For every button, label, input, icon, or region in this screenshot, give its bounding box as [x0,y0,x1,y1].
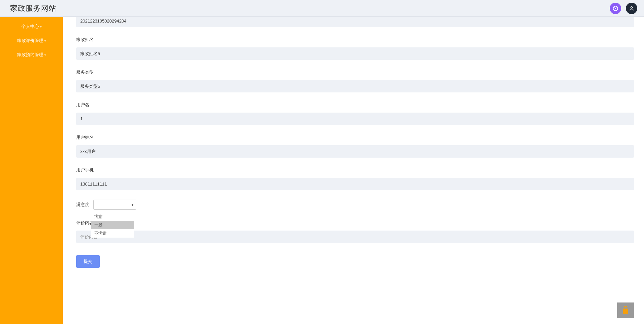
field-service-type: 服务类型 [76,69,634,92]
sidebar-item-profile[interactable]: 个人中心▾ [0,19,63,34]
user-realname-label: 用户姓名 [76,134,634,140]
sidebar-item-booking-mgmt[interactable]: 家政预约管理▾ [0,48,63,62]
staff-name-input[interactable] [76,47,634,60]
service-type-label: 服务类型 [76,69,634,75]
svg-point-1 [631,6,632,8]
satisfaction-option-satisfied[interactable]: 满意 [91,212,134,221]
staff-name-label: 家政姓名 [76,37,634,43]
field-user-realname: 用户姓名 [76,134,634,158]
user-phone-input[interactable] [76,178,634,190]
chevron-down-icon: ▾ [44,39,46,43]
sidebar: 个人中心▾ 家政评价管理▾ 家政预约管理▾ [0,17,63,324]
main-content: 家政姓名 服务类型 用户名 用户姓名 用户手机 满意度 ▾ 评价 [63,17,644,324]
field-satisfaction: 满意度 ▾ [76,200,634,210]
sidebar-item-label: 个人中心 [21,24,39,29]
field-staff-name: 家政姓名 [76,37,634,60]
field-user-phone: 用户手机 [76,167,634,190]
chevron-down-icon: ▾ [44,53,46,57]
chevron-down-icon: ▾ [40,25,42,29]
field-order-no [76,17,634,27]
sidebar-item-label: 家政评价管理 [17,38,43,43]
header-user-button[interactable] [626,3,637,14]
satisfaction-dropdown[interactable]: 满意 一般 不满意 [91,212,134,238]
satisfaction-select-wrapper: ▾ [93,200,136,210]
user-realname-input[interactable] [76,145,634,158]
close-icon [613,6,618,11]
service-type-input[interactable] [76,80,634,92]
review-input[interactable] [76,231,634,243]
field-review: 评价内容 满意 一般 不满意 [76,220,634,243]
username-label: 用户名 [76,102,634,108]
lock-icon [621,305,630,315]
app-header: 家政服务网站 [0,0,644,17]
sidebar-item-review-mgmt[interactable]: 家政评价管理▾ [0,34,63,48]
satisfaction-option-average[interactable]: 一般 [91,221,134,229]
username-input[interactable] [76,113,634,125]
submit-button[interactable]: 提交 [76,255,100,268]
user-icon [629,6,634,11]
order-no-input[interactable] [76,17,634,27]
app-title: 家政服务网站 [10,3,56,13]
user-phone-label: 用户手机 [76,167,634,173]
field-username: 用户名 [76,102,634,125]
satisfaction-select[interactable] [93,200,136,210]
satisfaction-option-unsatisfied[interactable]: 不满意 [91,229,134,238]
review-label: 评价内容 [76,220,634,226]
satisfaction-label: 满意度 [76,202,89,208]
header-actions [610,3,637,14]
floating-widget[interactable] [617,302,634,318]
sidebar-item-label: 家政预约管理 [17,52,43,57]
header-action-close[interactable] [610,3,621,14]
